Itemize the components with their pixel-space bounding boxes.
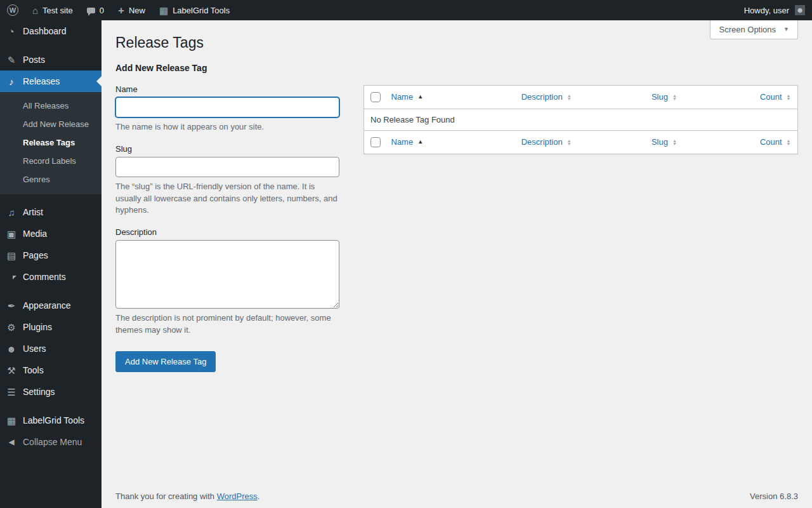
name-input[interactable] [115,97,339,117]
comments-menu[interactable]: 0 [80,0,111,20]
sidebar-item-label: Settings [23,387,55,397]
sidebar-item-posts[interactable]: ✎ Posts [0,49,102,70]
sort-by-count-link[interactable]: Count ▲▼ [760,137,791,147]
slug-input[interactable] [115,157,339,177]
sidebar-item-label: Media [23,229,47,239]
column-header-name: Name ▲ [385,85,515,109]
site-name-menu[interactable]: ⌂ Test site [25,0,80,20]
thanks-text: Thank you for creating with [115,491,214,501]
labelgrid-tools-menu[interactable]: ▦ LabelGrid Tools [152,0,237,20]
sort-by-count-link[interactable]: Count ▲▼ [760,92,791,102]
home-icon: ⌂ [32,6,38,15]
admin-bar: W ⌂ Test site 0 + New ▦ LabelGrid Tools … [0,0,812,20]
sidebar-item-appearance[interactable]: ✒ Appearance [0,295,102,316]
column-label: Description [521,137,563,147]
grid-icon: ▦ [159,6,168,15]
menu-separator [0,42,102,49]
sidebar-item-label: Appearance [23,300,71,311]
submenu-item-release-tags[interactable]: Release Tags [0,133,102,152]
submenu-item-genres[interactable]: Genres [0,170,102,189]
sort-by-description-link[interactable]: Description ▲▼ [521,137,572,147]
grid-icon: ▦ [5,416,18,425]
column-label: Slug [652,92,668,102]
select-all-checkbox[interactable] [370,92,381,102]
column-label: Name [391,137,414,147]
submenu-item-all-releases[interactable]: All Releases [0,97,102,115]
comments-count: 0 [100,6,104,15]
sidebar-item-label: Plugins [23,322,52,332]
release-tags-table: Name ▲ Description ▲▼ [363,85,798,154]
menu-separator [0,288,102,295]
sidebar-item-dashboard[interactable]: ◔ Dashboard [0,20,102,42]
description-textarea[interactable] [115,240,339,309]
sidebar-item-pages[interactable]: ▤ Pages [0,244,102,266]
sidebar-item-settings[interactable]: ☰ Settings [0,381,102,403]
sidebar-item-labelgrid-tools[interactable]: ▦ LabelGrid Tools [0,410,102,431]
submenu-item-record-labels[interactable]: Record Labels [0,152,102,170]
sort-ascending-icon: ▲ [417,139,423,145]
select-all-checkbox-footer[interactable] [370,137,381,147]
admin-bar-right: Howdy, user ☻ [737,0,812,20]
sidebar-item-plugins[interactable]: ⚙ Plugins [0,316,102,338]
sidebar-item-label: Users [23,344,46,354]
dashboard-icon: ◔ [5,27,18,36]
footer-version: Version 6.8.3 [750,491,798,501]
sort-by-slug-link[interactable]: Slug ▲▼ [652,137,677,147]
table-footer: Name ▲ Description ▲▼ [364,130,798,154]
table-header: Name ▲ Description ▲▼ [364,85,798,109]
sidebar-item-comments[interactable]: Comments [0,266,102,288]
collapse-menu-button[interactable]: ◀ Collapse Menu [0,431,102,453]
empty-message: No Release Tag Found [364,109,798,130]
tools-icon: ⚒ [5,366,18,375]
plus-icon: + [118,5,124,16]
wordpress-link[interactable]: WordPress [217,491,258,501]
add-new-release-tag-button[interactable]: Add New Release Tag [115,351,216,372]
sort-by-slug-link[interactable]: Slug ▲▼ [652,92,677,102]
sidebar-item-label: Dashboard [23,26,67,36]
headphones-icon: ♫ [5,208,18,217]
column-footer-description: Description ▲▼ [515,130,645,154]
screen-options-button[interactable]: Screen Options ▼ [710,20,798,39]
check-column [364,130,385,154]
wordpress-logo-menu[interactable]: W [0,0,25,20]
comments-icon [87,8,95,13]
sidebar-item-tools[interactable]: ⚒ Tools [0,359,102,381]
menu-separator [0,403,102,410]
sidebar-item-artist[interactable]: ♫ Artist [0,201,102,223]
sort-by-name-link[interactable]: Name ▲ [391,137,424,147]
media-icon: ▣ [5,229,18,239]
submenu-item-add-new-release[interactable]: Add New Release [0,115,102,133]
admin-sidebar: ◔ Dashboard ✎ Posts ♪ Releases All Relea… [0,20,102,508]
table-footer-row: Name ▲ Description ▲▼ [364,130,798,154]
column-header-slug: Slug ▲▼ [645,85,754,109]
howdy-label: Howdy, user [744,6,789,15]
site-name-label: Test site [43,6,73,15]
sort-icon: ▲▼ [672,139,677,145]
description-field-group: Description The description is not promi… [115,227,339,337]
sidebar-item-media[interactable]: ▣ Media [0,223,102,244]
posts-icon: ✎ [5,55,18,65]
wordpress-icon: W [7,4,18,16]
page-title: Release Tags [115,20,798,53]
sort-ascending-icon: ▲ [417,94,423,100]
column-label: Count [760,92,782,102]
my-account-menu[interactable]: Howdy, user ☻ [737,0,812,20]
sidebar-item-releases[interactable]: ♪ Releases [0,70,102,92]
slug-label: Slug [115,144,339,154]
labelgrid-label: LabelGrid Tools [173,6,230,15]
avatar: ☻ [795,5,805,15]
page-wrap: Screen Options ▼ Release Tags Add New Re… [102,20,812,508]
sort-by-description-link[interactable]: Description ▲▼ [521,92,572,102]
period-text: . [258,491,260,501]
footer-thanks: Thank you for creating with WordPress. [115,491,259,501]
collapse-menu-label: Collapse Menu [23,437,82,447]
menu-separator [0,194,102,201]
sidebar-item-label: Posts [23,55,45,65]
empty-row: No Release Tag Found [364,109,798,130]
column-label: Name [391,92,414,102]
sidebar-item-users[interactable]: ☻ Users [0,338,102,359]
appearance-icon: ✒ [5,301,18,311]
sort-by-name-link[interactable]: Name ▲ [391,92,424,102]
sidebar-item-label: Artist [23,207,43,217]
new-content-menu[interactable]: + New [111,0,152,20]
